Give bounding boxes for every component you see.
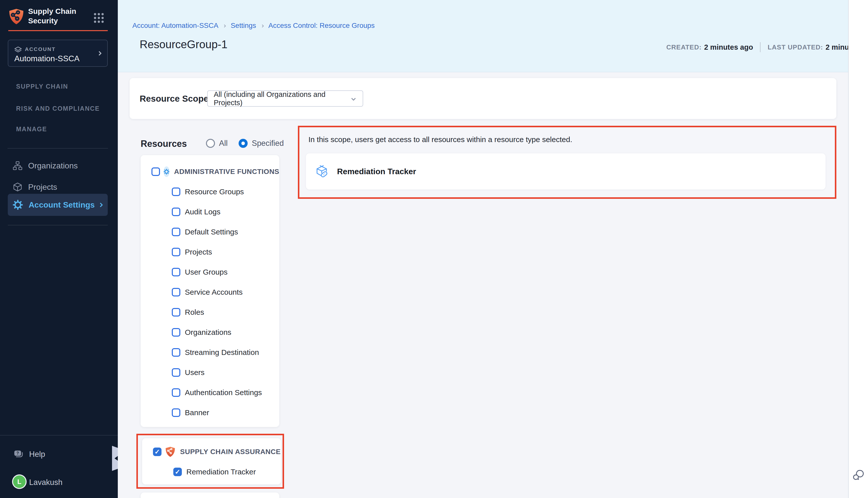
resource-scope-label: Resource Scope <box>140 78 208 119</box>
resource-item-row: Remediation Tracker <box>142 462 281 482</box>
breadcrumb-separator-icon <box>223 24 226 28</box>
resource-checkbox[interactable] <box>172 187 180 196</box>
sidebar-item-account-settings[interactable]: Account Settings <box>0 194 118 215</box>
supply-chain-security-logo-icon <box>8 8 24 25</box>
resource-item-label[interactable]: Banner <box>185 408 209 417</box>
meta-divider <box>760 42 761 52</box>
breadcrumb-separator-icon <box>261 24 264 28</box>
resource-checkbox[interactable] <box>172 368 180 377</box>
resource-checkbox[interactable] <box>172 388 180 397</box>
selected-resource-card: Remediation Tracker <box>306 153 826 189</box>
app-title: Supply Chain Security <box>28 6 76 26</box>
brand-accent-rule <box>8 30 108 31</box>
page-header: Account: Automation-SSCA Settings Access… <box>118 0 848 72</box>
radio-specified-label[interactable]: Specified <box>252 139 284 148</box>
created-value: 2 minutes ago <box>704 43 753 51</box>
assurance-checkbox-checked[interactable] <box>153 447 161 456</box>
sidebar-section-manage[interactable]: MANAGE <box>16 126 47 133</box>
radio-all[interactable] <box>206 139 215 148</box>
resource-checkbox[interactable] <box>172 408 180 417</box>
resource-item-row: Users <box>141 363 279 382</box>
resource-item-row: User Groups <box>141 262 279 282</box>
resource-item-row: Service Accounts <box>141 282 279 302</box>
sidebar-item-organizations[interactable]: Organizations <box>0 155 118 176</box>
sidebar-section-risk-and-compliance[interactable]: RISK AND COMPLIANCE <box>16 105 100 112</box>
resource-item-row: Roles <box>141 302 279 322</box>
resource-item-label[interactable]: User Groups <box>185 268 228 276</box>
resource-checkbox[interactable] <box>172 308 180 316</box>
scope-description-panel: In this scope, users get access to all r… <box>298 126 837 199</box>
breadcrumb-account-link[interactable]: Account: Automation-SSCA <box>132 22 218 30</box>
sidebar-divider <box>8 225 108 225</box>
account-name: Automation-SSCA <box>14 54 80 63</box>
breadcrumb: Account: Automation-SSCA Settings Access… <box>132 22 375 30</box>
app-title-line1: Supply Chain <box>28 6 76 16</box>
updated-label: LAST UPDATED: <box>767 43 823 51</box>
right-edge-strip <box>848 0 868 498</box>
chevron-right-icon <box>98 202 103 207</box>
support-chat-icon[interactable] <box>852 468 865 482</box>
resources-radio-group: All Specified <box>206 139 284 148</box>
sidebar-section-supply-chain[interactable]: SUPPLY CHAIN <box>16 83 68 90</box>
account-selector[interactable]: ACCOUNT Automation-SSCA <box>8 40 108 67</box>
resource-item-row: Projects <box>141 242 279 262</box>
resource-item-row: Resource Groups <box>141 182 279 202</box>
sidebar-item-label: Projects <box>28 183 57 192</box>
resource-item-row: Default Settings <box>141 222 279 242</box>
resource-item-label[interactable]: Service Accounts <box>185 288 243 297</box>
chevron-down-icon <box>351 96 355 101</box>
resources-heading: Resources <box>141 139 187 149</box>
admin-functions-checkbox[interactable] <box>152 167 160 176</box>
created-updated-meta: CREATED: 2 minutes ago LAST UPDATED: 2 m… <box>666 42 868 52</box>
resource-checkbox[interactable] <box>172 228 180 236</box>
resource-item-label[interactable]: Remediation Tracker <box>186 468 256 476</box>
layers-icon <box>14 46 22 54</box>
resource-group-header-row: ADMINISTRATIVE FUNCTIONS <box>141 162 279 182</box>
resource-item-label[interactable]: Users <box>185 368 205 377</box>
app-title-line2: Security <box>28 16 76 26</box>
resource-group-header-row: SUPPLY CHAIN ASSURANCE <box>142 442 281 462</box>
resource-checkbox[interactable] <box>172 208 180 216</box>
radio-all-label[interactable]: All <box>219 139 228 148</box>
resource-item-label[interactable]: Audit Logs <box>185 208 221 216</box>
resource-item-label[interactable]: Projects <box>185 248 212 256</box>
resource-scope-card: Resource Scope All (including all Organi… <box>130 78 837 119</box>
created-label: CREATED: <box>666 43 701 51</box>
resource-item-label[interactable]: Authentication Settings <box>185 388 262 397</box>
user-name[interactable]: Lavakush <box>29 478 63 487</box>
help-label: Help <box>29 450 45 459</box>
resource-item-label[interactable]: Streaming Destination <box>185 348 259 357</box>
resource-item-label[interactable]: Default Settings <box>185 228 238 236</box>
assurance-highlight-box: SUPPLY CHAIN ASSURANCE Remediation Track… <box>137 434 284 489</box>
selected-resource-label: Remediation Tracker <box>337 167 416 176</box>
resource-checkbox[interactable] <box>172 328 180 337</box>
breadcrumb-resource-groups-link[interactable]: Access Control: Resource Groups <box>269 22 375 30</box>
administrative-functions-card: ADMINISTRATIVE FUNCTIONS Resource Groups… <box>141 155 279 427</box>
user-avatar[interactable]: L <box>13 475 26 488</box>
breadcrumb-settings-link[interactable]: Settings <box>231 22 256 30</box>
sidebar: Supply Chain Security ACCOUNT Automation… <box>0 0 118 498</box>
admin-functions-icon-circle <box>164 167 170 177</box>
help-chat-icon: ? <box>13 449 24 460</box>
resource-checkbox[interactable] <box>172 348 180 357</box>
resource-scope-value: All (including all Organizations and Pro… <box>214 90 352 107</box>
scope-description-text: In this scope, users get access to all r… <box>308 135 572 144</box>
resource-checkbox[interactable] <box>172 268 180 276</box>
resource-item-row: Banner <box>141 403 279 423</box>
resource-item-label[interactable]: Resource Groups <box>185 187 244 196</box>
svg-text:?: ? <box>16 451 19 455</box>
resource-item-label[interactable]: Organizations <box>185 328 231 337</box>
sidebar-item-label: Account Settings <box>29 200 95 210</box>
resource-scope-dropdown[interactable]: All (including all Organizations and Pro… <box>207 90 363 107</box>
page-title: ResourceGroup-1 <box>140 38 228 51</box>
org-chart-icon <box>13 161 23 171</box>
resource-item-label[interactable]: Roles <box>185 308 204 316</box>
gear-icon <box>164 169 170 175</box>
module-grid-icon[interactable] <box>94 13 104 23</box>
help-button[interactable]: ? Help <box>0 447 118 462</box>
remediation-tracker-checkbox-checked[interactable] <box>173 468 182 476</box>
next-resource-group-card <box>141 493 279 498</box>
resource-checkbox[interactable] <box>172 288 180 297</box>
resource-checkbox[interactable] <box>172 248 180 256</box>
radio-specified[interactable] <box>238 139 248 148</box>
